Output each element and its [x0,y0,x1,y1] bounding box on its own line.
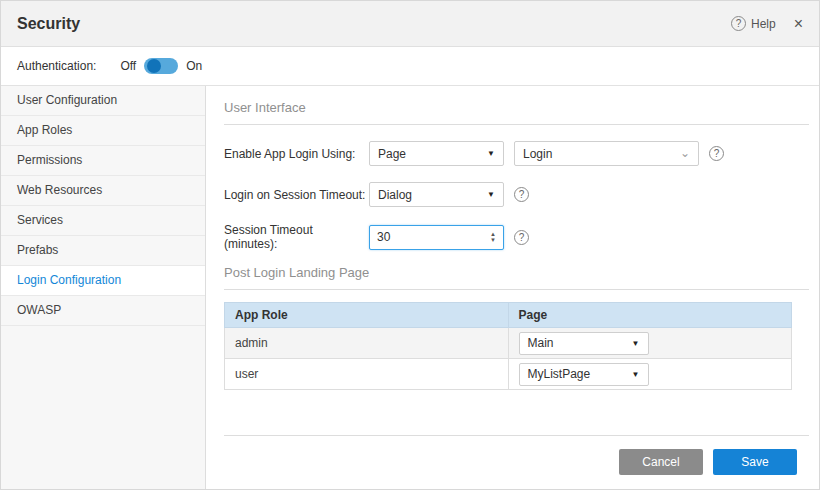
table-row: user MyListPage ▼ [225,359,792,390]
sidebar-item-web-resources[interactable]: Web Resources [1,176,205,206]
footer-actions: Cancel Save [224,435,809,475]
column-header-page: Page [508,303,792,328]
main-panel: User Interface Enable App Login Using: P… [206,86,819,489]
session-timeout-minutes-row: Session Timeout (minutes): ▲ ▼ ? [224,223,809,251]
enable-app-login-label: Enable App Login Using: [224,147,369,161]
sidebar-item-app-roles[interactable]: App Roles [1,116,205,146]
sidebar-item-permissions[interactable]: Permissions [1,146,205,176]
column-header-app-role: App Role [225,303,509,328]
admin-page-value: Main [528,336,554,350]
session-timeout-type-select[interactable]: Dialog ▼ [369,182,504,207]
user-page-select[interactable]: MyListPage ▼ [519,363,649,386]
login-session-timeout-label: Login on Session Timeout: [224,188,369,202]
help-link[interactable]: Help [751,17,776,31]
app-login-type-select[interactable]: Page ▼ [369,141,504,166]
section-title-post-login: Post Login Landing Page [224,265,809,290]
help-icon[interactable]: ? [514,187,529,202]
section-title-user-interface: User Interface [224,100,809,125]
admin-page-select[interactable]: Main ▼ [519,332,649,355]
chevron-down-icon: ⌄ [672,150,690,157]
sidebar-item-user-configuration[interactable]: User Configuration [1,86,205,116]
content-area: User Configuration App Roles Permissions… [1,86,819,489]
session-timeout-field-wrap: ▲ ▼ [369,225,504,250]
sidebar-item-services[interactable]: Services [1,206,205,236]
app-role-cell: user [225,359,509,390]
dropdown-arrow-icon: ▼ [624,370,640,379]
app-role-cell: admin [225,328,509,359]
enable-app-login-row: Enable App Login Using: Page ▼ Login ⌄ ? [224,141,809,166]
close-icon[interactable]: × [794,16,803,32]
security-settings-window: Security ? Help × Authentication: Off On… [0,0,820,490]
session-timeout-input[interactable] [377,230,473,244]
page-cell: Main ▼ [508,328,792,359]
authentication-label: Authentication: [17,59,96,73]
session-timeout-minutes-label: Session Timeout (minutes): [224,223,369,251]
stepper-down-icon[interactable]: ▼ [490,237,496,243]
post-login-landing-table: App Role Page admin Main ▼ [224,302,792,390]
header-actions: ? Help × [731,16,803,32]
login-session-timeout-row: Login on Session Timeout: Dialog ▼ ? [224,182,809,207]
table-header-row: App Role Page [225,303,792,328]
sidebar: User Configuration App Roles Permissions… [1,86,206,489]
sidebar-item-login-configuration[interactable]: Login Configuration [1,266,205,296]
toggle-on-label: On [186,59,202,73]
table-row: admin Main ▼ [225,328,792,359]
dropdown-arrow-icon: ▼ [479,149,495,158]
app-login-type-value: Page [378,147,406,161]
cancel-button[interactable]: Cancel [619,449,703,475]
authentication-toggle[interactable] [144,58,178,74]
header: Security ? Help × [1,1,819,47]
page-title: Security [17,15,80,33]
app-login-target-select[interactable]: Login ⌄ [514,141,699,166]
session-timeout-type-value: Dialog [378,188,412,202]
sidebar-item-prefabs[interactable]: Prefabs [1,236,205,266]
app-login-target-value: Login [523,147,552,161]
toggle-off-label: Off [120,59,136,73]
help-icon[interactable]: ? [514,230,529,245]
stepper-icon[interactable]: ▲ ▼ [490,231,496,243]
help-icon[interactable]: ? [709,146,724,161]
toggle-knob [147,59,161,73]
sidebar-item-owasp[interactable]: OWASP [1,296,205,326]
dropdown-arrow-icon: ▼ [479,190,495,199]
dropdown-arrow-icon: ▼ [624,339,640,348]
user-page-value: MyListPage [528,367,591,381]
save-button[interactable]: Save [713,449,797,475]
authentication-row: Authentication: Off On [1,47,819,86]
page-cell: MyListPage ▼ [508,359,792,390]
help-icon[interactable]: ? [731,16,746,31]
